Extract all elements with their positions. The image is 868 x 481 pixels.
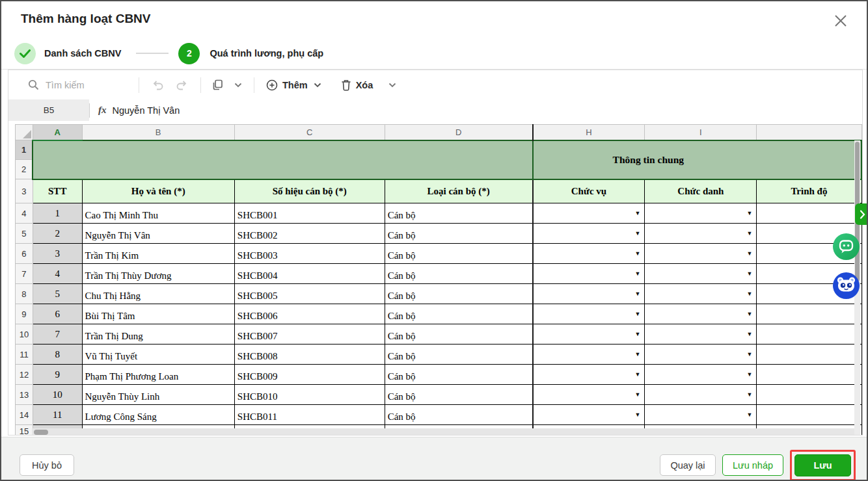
- dropdown-arrow-icon[interactable]: ▼: [634, 371, 640, 378]
- dropdown-arrow-icon[interactable]: ▼: [747, 331, 753, 337]
- cell-type[interactable]: Cán bộ: [385, 324, 532, 344]
- cancel-button[interactable]: Hủy bỏ: [20, 454, 74, 476]
- column-header-h[interactable]: H: [533, 125, 645, 140]
- dropdown-arrow-icon[interactable]: ▼: [634, 331, 640, 337]
- close-icon[interactable]: [832, 12, 850, 30]
- cell-name[interactable]: Phạm Thị Phương Loan: [82, 365, 234, 385]
- cell-type[interactable]: Cán bộ: [385, 244, 532, 264]
- dropdown-arrow-icon[interactable]: ▼: [747, 210, 753, 216]
- cell-chuc-vu[interactable]: ▼: [533, 405, 645, 425]
- cell-name[interactable]: Nguyễn Thùy Linh: [82, 385, 234, 405]
- cell-code[interactable]: SHCB002: [234, 224, 385, 244]
- cell-code[interactable]: SHCB005: [234, 284, 385, 304]
- step2-circle[interactable]: 2: [178, 43, 200, 64]
- expand-panel-tab[interactable]: [855, 203, 868, 225]
- row-number[interactable]: 15: [16, 425, 33, 436]
- cell-chuc-vu[interactable]: ▼: [533, 324, 645, 344]
- cell-code[interactable]: SHCB007: [234, 324, 385, 344]
- row-number[interactable]: 11: [16, 344, 33, 365]
- cell-stt[interactable]: 3: [33, 244, 82, 264]
- redo-icon[interactable]: [170, 79, 194, 90]
- dropdown-arrow-icon[interactable]: ▼: [634, 391, 640, 398]
- cell-name[interactable]: Trần Thị Thùy Dương: [82, 264, 234, 284]
- column-header-c[interactable]: C: [234, 125, 385, 140]
- cell-code[interactable]: SHCB008: [234, 344, 385, 365]
- dropdown-arrow-icon[interactable]: ▼: [634, 210, 640, 216]
- cell-stt[interactable]: 6: [33, 304, 82, 324]
- column-header-partial[interactable]: [757, 125, 861, 140]
- cell-partial[interactable]: [757, 385, 861, 405]
- cell-code[interactable]: SHCB010: [234, 385, 385, 405]
- search-box[interactable]: [28, 79, 132, 90]
- cell-chuc-vu[interactable]: ▼: [533, 304, 645, 324]
- cell-partial[interactable]: [757, 365, 861, 385]
- cell-chuc-danh[interactable]: ▼: [645, 344, 757, 365]
- cell-partial[interactable]: [757, 405, 861, 425]
- cell-stt[interactable]: 5: [33, 284, 82, 304]
- cell-chuc-vu[interactable]: ▼: [533, 264, 645, 284]
- cell-type[interactable]: Cán bộ: [385, 405, 532, 425]
- cell-stt[interactable]: 8: [33, 344, 82, 365]
- search-input[interactable]: [46, 80, 124, 90]
- cell-type[interactable]: Cán bộ: [385, 304, 532, 324]
- dropdown-arrow-icon[interactable]: ▼: [747, 250, 753, 257]
- dropdown-arrow-icon[interactable]: ▼: [634, 351, 640, 358]
- column-header-a[interactable]: A: [33, 125, 82, 140]
- save-button[interactable]: Lưu: [794, 454, 851, 476]
- header-ho-va-ten[interactable]: Họ và tên (*): [82, 179, 234, 203]
- row-number[interactable]: 12: [16, 365, 33, 385]
- dropdown-arrow-icon[interactable]: ▼: [747, 291, 753, 297]
- cell-stt[interactable]: 9: [33, 365, 82, 385]
- cell-chuc-danh[interactable]: ▼: [645, 284, 757, 304]
- step2-label[interactable]: Quá trình lương, phụ cấp: [210, 48, 323, 58]
- dropdown-arrow-icon[interactable]: ▼: [747, 230, 753, 237]
- horizontal-scrollbar-thumb[interactable]: [34, 430, 48, 435]
- dropdown-arrow-icon[interactable]: ▼: [747, 270, 753, 277]
- cell-stt[interactable]: 1: [33, 203, 82, 224]
- cell-name[interactable]: Vũ Thị Tuyết: [82, 344, 234, 365]
- cell-code[interactable]: SHCB003: [234, 244, 385, 264]
- cell-code[interactable]: SHCB011: [234, 405, 385, 425]
- dropdown-arrow-icon[interactable]: ▼: [747, 311, 753, 317]
- cell-chuc-danh[interactable]: ▼: [645, 365, 757, 385]
- cell-name[interactable]: Nguyễn Thị Vân: [82, 224, 234, 244]
- cell-chuc-vu[interactable]: ▼: [533, 365, 645, 385]
- cell-name[interactable]: Lương Công Sáng: [82, 405, 234, 425]
- cell-name[interactable]: Bùi Thị Tâm: [82, 304, 234, 324]
- cell-type[interactable]: Cán bộ: [385, 284, 532, 304]
- cell-partial[interactable]: [757, 324, 861, 344]
- cell-type[interactable]: Cán bộ: [385, 264, 532, 284]
- cell-stt[interactable]: 11: [33, 405, 82, 425]
- row-number[interactable]: 5: [16, 224, 33, 244]
- header-chuc-vu[interactable]: Chức vụ: [533, 179, 645, 203]
- cell-name-box[interactable]: B5: [8, 99, 89, 121]
- row-number[interactable]: 10: [16, 324, 33, 344]
- merged-band-left[interactable]: [33, 140, 532, 179]
- cell-partial[interactable]: [757, 203, 861, 224]
- header-loai-can-bo[interactable]: Loại cán bộ (*): [385, 179, 532, 203]
- row-number[interactable]: 14: [16, 405, 33, 425]
- cell-chuc-danh[interactable]: ▼: [645, 203, 757, 224]
- cell-chuc-danh[interactable]: ▼: [645, 304, 757, 324]
- dropdown-arrow-icon[interactable]: ▼: [747, 351, 753, 358]
- row-number-1[interactable]: 1: [16, 140, 33, 160]
- cell-chuc-danh[interactable]: ▼: [645, 324, 757, 344]
- delete-chevron-down-icon[interactable]: [382, 83, 403, 88]
- dropdown-arrow-icon[interactable]: ▼: [634, 411, 640, 418]
- row-number[interactable]: 6: [16, 244, 33, 264]
- cell-stt[interactable]: 7: [33, 324, 82, 344]
- header-stt[interactable]: STT: [33, 179, 82, 203]
- cell-chuc-vu[interactable]: ▼: [533, 203, 645, 224]
- row-number[interactable]: 9: [16, 304, 33, 324]
- dropdown-arrow-icon[interactable]: ▼: [634, 230, 640, 237]
- row-number-3[interactable]: 3: [16, 179, 33, 203]
- row-number-2[interactable]: 2: [16, 160, 33, 179]
- cell-chuc-danh[interactable]: ▼: [645, 264, 757, 284]
- row-number[interactable]: 7: [16, 264, 33, 284]
- cell-type[interactable]: Cán bộ: [385, 385, 532, 405]
- cell-chuc-danh[interactable]: ▼: [645, 405, 757, 425]
- step1-label[interactable]: Danh sách CBNV: [44, 48, 121, 58]
- cell-chuc-vu[interactable]: ▼: [533, 244, 645, 264]
- step1-check-icon[interactable]: [14, 43, 36, 64]
- cell-stt[interactable]: 10: [33, 385, 82, 405]
